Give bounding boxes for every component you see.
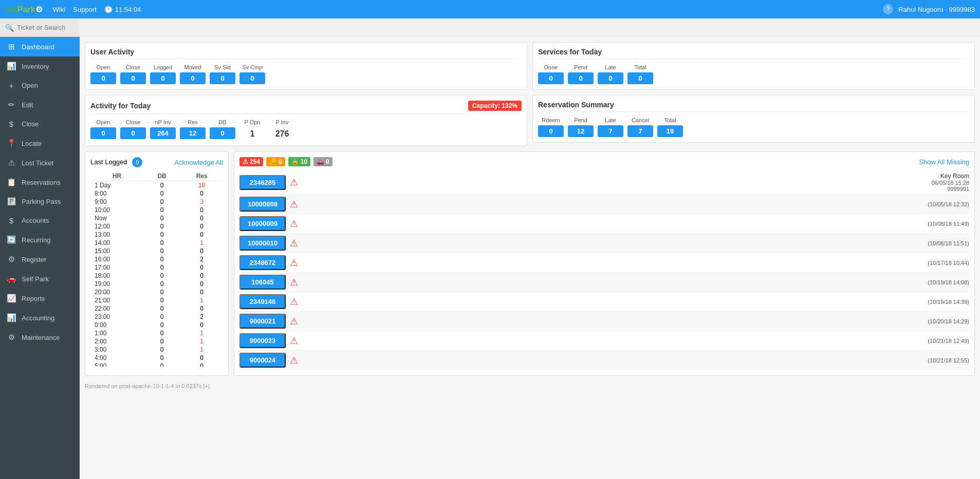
- clock-time: 11:54:04: [115, 6, 141, 13]
- sidebar-label-accounts: Accounts: [22, 217, 49, 224]
- res-cell: 0: [180, 263, 223, 272]
- ticket-button[interactable]: 10000008: [239, 197, 286, 212]
- res-cell: 2: [180, 255, 223, 263]
- metric-close: Close0: [120, 64, 146, 84]
- logo: netPark⚙: [5, 5, 43, 14]
- sidebar-item-open[interactable]: + Open: [0, 76, 80, 95]
- db-cell: 0: [143, 214, 180, 222]
- sidebar-item-accounting[interactable]: 📊 Accounting: [0, 308, 80, 328]
- warning-icon: ⚠: [290, 177, 298, 188]
- metric-value: 264: [150, 127, 176, 139]
- red-alert-badge: ⚠ 254: [239, 157, 263, 166]
- db-cell: 0: [143, 198, 180, 206]
- sidebar-label-inventory: Inventory: [22, 63, 49, 70]
- hour-cell: 18:00: [90, 272, 143, 280]
- metric-value: 0: [538, 125, 564, 137]
- sidebar-label-locate: Locate: [22, 140, 42, 147]
- sidebar-item-reservations[interactable]: 📋 Reservations: [0, 173, 80, 192]
- metric-label: Cancel: [632, 117, 649, 123]
- col-hr: HR: [90, 171, 143, 181]
- reservation-summary-metrics: Rdeem0Pend12Late7Cancel7Total19: [538, 117, 969, 137]
- maintenance-icon: ⚙: [6, 333, 16, 342]
- ticket-button[interactable]: 106045: [239, 275, 286, 290]
- search-input[interactable]: [17, 24, 75, 31]
- table-row: 19:00 0 0: [90, 280, 223, 288]
- logged-title-text: Last Logged: [90, 158, 127, 166]
- show-all-missing-link[interactable]: Show All Missing: [919, 158, 969, 166]
- metric-open: Open0: [90, 64, 116, 84]
- hour-cell: 23:00: [90, 313, 143, 321]
- metric-label: Rdeem: [542, 117, 560, 123]
- res-cell: 0: [180, 354, 223, 362]
- sidebar-item-close[interactable]: $ Close: [0, 114, 80, 133]
- alert-row: 2349146 ⚠ (10/19/18 14:39): [239, 292, 969, 312]
- wiki-link[interactable]: Wiki: [53, 6, 66, 13]
- acknowledge-all-link[interactable]: Acknowledge All: [174, 159, 223, 166]
- support-link[interactable]: Support: [73, 6, 97, 13]
- metric-label: Open: [97, 64, 110, 70]
- metric-value: 0: [90, 127, 116, 139]
- metric-value: 12: [568, 125, 594, 137]
- sidebar-label-edit: Edit: [22, 101, 33, 109]
- sidebar-item-reports[interactable]: 📈 Reports: [0, 289, 80, 308]
- sidebar-item-register[interactable]: ⚙ Register: [0, 250, 80, 269]
- metric-total: Total19: [657, 117, 683, 137]
- ticket-button[interactable]: 2346285: [239, 175, 286, 190]
- table-row: 1:00 0 1: [90, 329, 223, 337]
- metric-label: Late: [605, 117, 616, 123]
- metric-label: Sv Sld: [214, 64, 231, 70]
- alert-info: (10/19/18 14:39): [302, 299, 969, 305]
- ticket-button[interactable]: 10000010: [239, 236, 286, 251]
- table-row: 23:00 0 2: [90, 313, 223, 321]
- sidebar-item-inventory[interactable]: 📊 Inventory: [0, 56, 80, 76]
- metric-moved: Moved0: [180, 64, 206, 84]
- metric-value: 0: [210, 72, 235, 84]
- hour-cell: 3:00: [90, 346, 143, 354]
- sidebar-item-self-park[interactable]: 🚗 Self Park: [0, 269, 80, 289]
- logged-title: Last Logged 0: [90, 157, 142, 167]
- logo-net: net: [5, 5, 17, 14]
- self-park-icon: 🚗: [6, 274, 16, 283]
- metric-label: Pend: [574, 117, 587, 123]
- metric-value: 276: [269, 127, 295, 141]
- sidebar-item-maintenance[interactable]: ⚙ Maintenance: [0, 328, 80, 347]
- metric-close: Close0: [120, 119, 146, 141]
- res-cell: 0: [180, 231, 223, 239]
- alert-info: (10/08/18 11:51): [302, 240, 969, 246]
- activity-today-card: Activity for Today Capacity: 132% Open0C…: [85, 95, 527, 146]
- metric-label: Close: [126, 119, 140, 125]
- sidebar-item-parking-pass[interactable]: 🅿 Parking Pass: [0, 192, 80, 211]
- hour-cell: 1 Day: [90, 181, 143, 190]
- res-cell: 2: [180, 313, 223, 321]
- close-icon: $: [6, 120, 16, 128]
- res-cell: 0: [180, 321, 223, 329]
- sidebar-item-dashboard[interactable]: ⊞ Dashboard: [0, 37, 80, 56]
- alert-row: 9000024 ⚠ (10/21/18 12:55): [239, 351, 969, 370]
- hour-cell: 21:00: [90, 296, 143, 304]
- table-row: 0:00 0 0: [90, 321, 223, 329]
- sidebar-item-edit[interactable]: ✏ Edit: [0, 95, 80, 114]
- table-row: 12:00 0 0: [90, 222, 223, 231]
- ticket-button[interactable]: 2349146: [239, 294, 286, 309]
- reports-icon: 📈: [6, 294, 16, 303]
- ticket-button[interactable]: 2348672: [239, 255, 286, 270]
- help-icon[interactable]: ?: [883, 4, 893, 14]
- hour-cell: 5:00: [90, 362, 143, 367]
- ticket-button[interactable]: 9000021: [239, 314, 286, 329]
- ticket-button[interactable]: 9000023: [239, 333, 286, 348]
- sidebar-item-lost-ticket[interactable]: ⚠ Lost Ticket: [0, 153, 80, 173]
- metric-label: Moved: [184, 64, 201, 70]
- alert-row: 10000009 ⚠ (10/08/18 11:49): [239, 214, 969, 234]
- warning-icon: ⚠: [290, 335, 298, 347]
- sidebar-item-recurring[interactable]: 🔄 Recurring: [0, 230, 80, 250]
- logged-scroll[interactable]: HR DB Res 1 Day 0 18 8:00 0 0 9:00 0 3 1…: [90, 171, 223, 367]
- footer: Rendered on prod-apache-10-1-1-4 in 0.02…: [85, 381, 975, 391]
- sidebar-item-locate[interactable]: 📍 Locate: [0, 133, 80, 153]
- alert-info: (10/20/18 14:29): [302, 318, 969, 324]
- ticket-button[interactable]: 10000009: [239, 216, 286, 231]
- sidebar-item-accounts[interactable]: $ Accounts: [0, 211, 80, 230]
- key-room-label: Key Room: [940, 173, 969, 180]
- hour-cell: 2:00: [90, 337, 143, 346]
- col-res: Res: [180, 171, 223, 181]
- ticket-button[interactable]: 9000024: [239, 353, 286, 368]
